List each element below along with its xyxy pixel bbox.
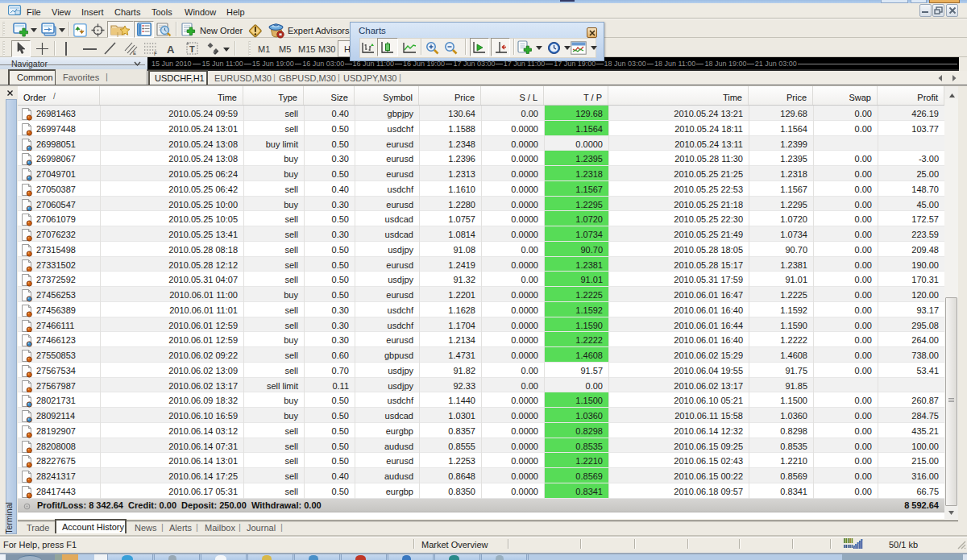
svg-text:T: T — [189, 44, 195, 54]
svg-text:E: E — [133, 51, 136, 56]
svg-text:F: F — [154, 51, 157, 56]
